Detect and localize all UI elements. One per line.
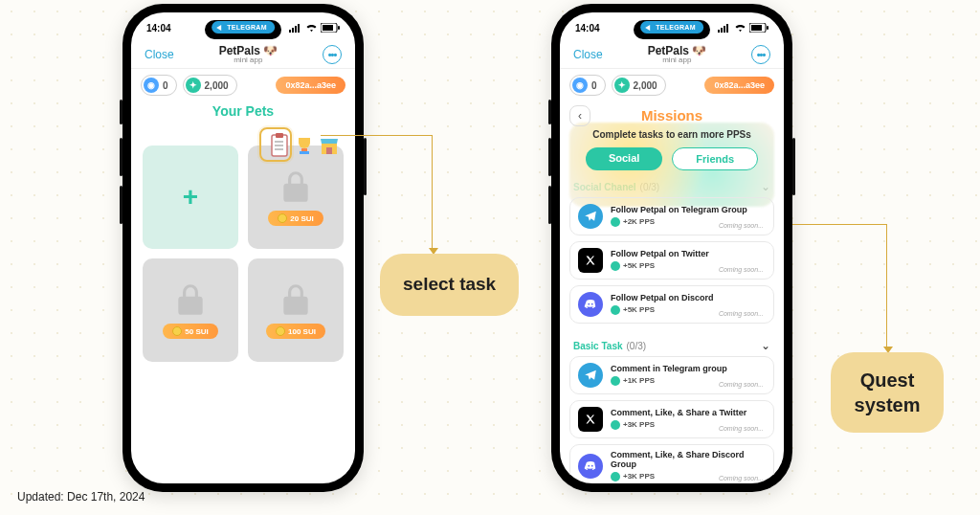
telegram-pill: TELEGRAM [212,21,275,34]
svg-rect-22 [767,26,768,30]
status-time: 14:04 [575,23,600,34]
balance-sui-value: 0 [163,80,168,91]
lock-icon [278,168,314,205]
wifi-icon [305,23,318,33]
sui-coin-icon: ◉ [144,78,159,93]
task-status: Coming soon... [719,425,764,432]
svg-rect-17 [721,28,723,33]
phone-home: TELEGRAM 14:04 Close PetPals🐶 mini app •… [122,4,364,492]
task-status: Coming soon... [719,381,764,388]
section-header-basic[interactable]: Basic Task (0/3) ⌄ [560,329,784,356]
balance-pps-value: 2,000 [205,80,229,91]
wallet-address-pill[interactable]: 0x82a...a3ee [704,77,774,94]
close-button[interactable]: Close [573,48,603,61]
lock-icon [278,281,314,318]
leaderboard-button[interactable] [294,133,315,158]
signal-icon [718,23,731,33]
svg-rect-16 [718,30,720,33]
wallet-address-pill[interactable]: 0x82a...a3ee [276,77,345,94]
task-card[interactable]: Comment, Like, & Share Discord Group +3K… [569,444,774,483]
svg-rect-19 [726,24,728,33]
balance-sui[interactable]: ◉0 [569,75,606,96]
wifi-icon [734,23,746,33]
task-card[interactable]: Follow Petpal on Twitter +5K PPS Coming … [569,241,774,280]
svg-rect-5 [323,25,333,31]
task-title: Follow Petpal on Discord [611,294,766,303]
balance-sui-value: 0 [591,80,597,91]
svg-rect-1 [292,28,294,33]
battery-icon [749,23,768,33]
svg-rect-8 [276,133,283,138]
task-status: Coming soon... [719,475,764,481]
discord-icon [578,292,603,317]
callout-line-2: system [855,394,921,415]
svg-rect-0 [289,30,291,33]
phone-mute-switch [548,100,551,124]
shop-button[interactable] [319,133,340,158]
svg-rect-3 [298,24,300,33]
balance-sui[interactable]: ◉0 [141,75,177,96]
app-header: Close PetPals🐶 mini app ••• [131,43,355,69]
phone-volume-up [548,138,551,176]
unlock-cost: 20 SUI [268,211,323,226]
app-title-group: PetPals🐶 mini app [219,45,278,64]
task-title: Follow Petpal on Twitter [611,250,766,259]
balance-row: ◉0 ✦2,000 0x82a...a3ee [560,69,784,101]
balance-row: ◉0 ✦2,000 0x82a...a3ee [131,69,355,101]
missions-title: Missions [560,107,784,123]
task-status: Coming soon... [719,310,764,317]
arrow-connector [432,135,433,250]
task-title: Comment, Like, & Share Discord Group [611,451,766,470]
status-indicators [718,23,768,33]
updated-label: Updated: Dec 17th, 2024 [17,490,145,504]
telegram-pill: TELEGRAM [640,21,703,34]
shop-icon [319,135,340,156]
telegram-icon [578,363,603,388]
status-time: 14:04 [146,23,171,34]
lock-icon [172,281,209,318]
task-status: Coming soon... [719,266,764,273]
callout-select-task: select task [380,254,519,316]
task-card[interactable]: Comment in Telegram group +1K PPS Coming… [569,356,774,394]
tab-friends[interactable]: Friends [672,147,758,170]
arrow-connector [886,224,887,348]
pet-slot-add[interactable]: + [143,146,238,249]
tab-social[interactable]: Social [586,147,662,170]
pet-slot-locked-2[interactable]: 50 SUI [143,258,238,362]
phone-power-button [364,138,367,195]
menu-button[interactable]: ••• [751,45,770,64]
pet-slot-locked-1[interactable]: 20 SUI [248,146,344,249]
callout-quest-system: Quest system [831,352,944,433]
balance-pps[interactable]: ✦2,000 [183,75,237,96]
telegram-icon [578,204,603,229]
action-icon-strip [269,133,340,158]
balance-pps[interactable]: ✦2,000 [612,75,666,96]
dog-face-icon: 🐶 [692,45,706,56]
svg-rect-21 [751,25,762,31]
close-button[interactable]: Close [145,48,174,61]
task-card[interactable]: Comment, Like, & Share a Twitter +3K PPS… [569,400,774,438]
missions-tabs: Social Friends [560,147,784,170]
section-count: (0/3) [627,341,647,351]
unlock-cost: 100 SUI [266,324,325,339]
status-indicators [289,23,340,33]
phone-missions: TELEGRAM 14:04 Close PetPals🐶 mini app •… [551,4,792,492]
svg-rect-12 [301,148,307,151]
tasks-button[interactable] [269,133,290,158]
pet-slot-locked-3[interactable]: 100 SUI [248,258,344,362]
menu-button[interactable]: ••• [323,45,342,64]
phone-power-button [792,138,795,195]
task-status: Coming soon... [719,222,764,229]
task-title: Comment, Like, & Share a Twitter [611,409,766,418]
phone-mute-switch [120,100,122,124]
arrow-connector [792,224,886,225]
phone-volume-down [548,186,551,224]
plus-icon: + [183,182,198,213]
task-card[interactable]: Follow Petpal on Discord +5K PPS Coming … [569,285,774,324]
screen-home: TELEGRAM 14:04 Close PetPals🐶 mini app •… [131,12,355,483]
dog-face-icon: 🐶 [263,45,278,56]
twitter-x-icon [578,248,603,273]
task-list-basic: Comment in Telegram group +1K PPS Coming… [560,356,784,483]
svg-rect-15 [326,147,332,154]
task-card[interactable]: Follow Petpal on Telegram Group +2K PPS … [569,197,774,235]
